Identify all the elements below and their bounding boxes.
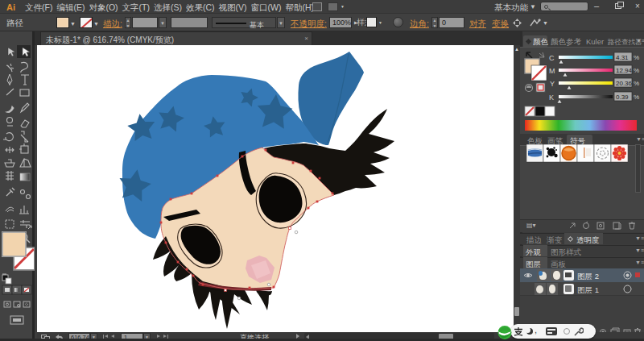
svg-text:M: M [549,67,555,75]
svg-text:%: % [634,54,639,61]
svg-text:0.39: 0.39 [616,94,629,101]
svg-text:%: % [634,67,639,74]
svg-text:%: % [634,80,639,87]
svg-text:Y: Y [550,80,555,88]
svg-text:20.36: 20.36 [616,80,633,87]
svg-text:4.31: 4.31 [616,54,629,61]
svg-text:C: C [549,54,555,62]
svg-text:%: % [634,94,639,101]
svg-text:12.94: 12.94 [616,67,633,74]
svg-text:K: K [549,94,554,102]
